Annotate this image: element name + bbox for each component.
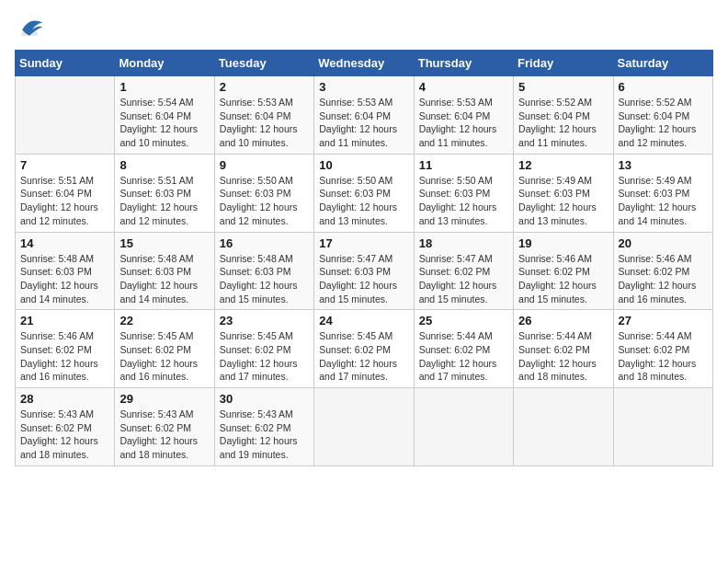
day-number: 17	[319, 236, 408, 250]
day-info: Sunrise: 5:44 AM Sunset: 6:02 PM Dayligh…	[619, 329, 708, 384]
day-number: 21	[20, 314, 109, 327]
column-header-thursday: Thursday	[414, 51, 513, 76]
calendar-cell	[514, 388, 613, 466]
day-info: Sunrise: 5:45 AM Sunset: 6:02 PM Dayligh…	[220, 329, 309, 384]
day-info: Sunrise: 5:45 AM Sunset: 6:02 PM Dayligh…	[119, 329, 209, 384]
day-number: 5	[518, 80, 608, 94]
day-info: Sunrise: 5:46 AM Sunset: 6:02 PM Dayligh…	[619, 252, 708, 306]
day-info: Sunrise: 5:52 AM Sunset: 6:04 PM Dayligh…	[619, 96, 708, 150]
day-info: Sunrise: 5:53 AM Sunset: 6:04 PM Dayligh…	[319, 96, 408, 150]
day-info: Sunrise: 5:50 AM Sunset: 6:03 PM Dayligh…	[319, 174, 408, 228]
calendar-cell: 7Sunrise: 5:51 AM Sunset: 6:04 PM Daylig…	[16, 154, 115, 232]
day-number: 13	[619, 158, 708, 172]
calendar-cell	[314, 388, 414, 466]
week-row: 28Sunrise: 5:43 AM Sunset: 6:02 PM Dayli…	[16, 388, 713, 466]
calendar-cell: 10Sunrise: 5:50 AM Sunset: 6:03 PM Dayli…	[314, 154, 414, 232]
column-header-wednesday: Wednesday	[314, 51, 414, 76]
day-number: 18	[419, 236, 508, 250]
header-row: SundayMondayTuesdayWednesdayThursdayFrid…	[16, 51, 713, 76]
day-number: 16	[220, 236, 309, 250]
day-info: Sunrise: 5:49 AM Sunset: 6:03 PM Dayligh…	[619, 174, 708, 228]
day-number: 22	[119, 314, 209, 327]
day-number: 26	[518, 314, 608, 327]
calendar-cell: 25Sunrise: 5:44 AM Sunset: 6:02 PM Dayli…	[414, 310, 513, 388]
day-info: Sunrise: 5:44 AM Sunset: 6:02 PM Dayligh…	[518, 329, 608, 384]
calendar-cell: 20Sunrise: 5:46 AM Sunset: 6:02 PM Dayli…	[613, 232, 712, 310]
calendar-cell: 2Sunrise: 5:53 AM Sunset: 6:04 PM Daylig…	[214, 76, 313, 155]
day-number: 15	[119, 236, 209, 250]
day-info: Sunrise: 5:50 AM Sunset: 6:03 PM Dayligh…	[419, 174, 508, 228]
calendar-cell: 1Sunrise: 5:54 AM Sunset: 6:04 PM Daylig…	[115, 76, 214, 155]
day-info: Sunrise: 5:47 AM Sunset: 6:02 PM Dayligh…	[419, 252, 508, 306]
header	[15, 15, 713, 40]
week-row: 7Sunrise: 5:51 AM Sunset: 6:04 PM Daylig…	[16, 154, 713, 232]
day-number: 11	[419, 158, 508, 172]
day-number: 30	[220, 392, 309, 406]
day-number: 23	[220, 314, 309, 327]
column-header-friday: Friday	[514, 51, 613, 76]
calendar-cell: 21Sunrise: 5:46 AM Sunset: 6:02 PM Dayli…	[16, 310, 115, 388]
calendar-cell: 28Sunrise: 5:43 AM Sunset: 6:02 PM Dayli…	[16, 388, 115, 466]
day-number: 29	[119, 392, 209, 406]
column-header-sunday: Sunday	[16, 51, 115, 76]
calendar-cell: 27Sunrise: 5:44 AM Sunset: 6:02 PM Dayli…	[613, 310, 712, 388]
day-number: 28	[20, 392, 109, 406]
calendar-cell: 8Sunrise: 5:51 AM Sunset: 6:03 PM Daylig…	[115, 154, 214, 232]
calendar-cell: 22Sunrise: 5:45 AM Sunset: 6:02 PM Dayli…	[115, 310, 214, 388]
day-number: 6	[619, 80, 708, 94]
calendar-cell: 30Sunrise: 5:43 AM Sunset: 6:02 PM Dayli…	[214, 388, 313, 466]
day-info: Sunrise: 5:46 AM Sunset: 6:02 PM Dayligh…	[518, 252, 608, 306]
day-info: Sunrise: 5:47 AM Sunset: 6:03 PM Dayligh…	[319, 252, 408, 306]
calendar-cell: 19Sunrise: 5:46 AM Sunset: 6:02 PM Dayli…	[514, 232, 613, 310]
day-info: Sunrise: 5:48 AM Sunset: 6:03 PM Dayligh…	[20, 252, 109, 306]
day-number: 8	[119, 158, 209, 172]
calendar-table: SundayMondayTuesdayWednesdayThursdayFrid…	[15, 50, 713, 466]
column-header-saturday: Saturday	[613, 51, 712, 76]
calendar-cell: 29Sunrise: 5:43 AM Sunset: 6:02 PM Dayli…	[115, 388, 214, 466]
day-number: 27	[619, 314, 708, 327]
day-info: Sunrise: 5:53 AM Sunset: 6:04 PM Dayligh…	[220, 96, 309, 150]
calendar-cell: 26Sunrise: 5:44 AM Sunset: 6:02 PM Dayli…	[514, 310, 613, 388]
calendar-cell: 12Sunrise: 5:49 AM Sunset: 6:03 PM Dayli…	[514, 154, 613, 232]
day-number: 19	[518, 236, 608, 250]
calendar-cell: 17Sunrise: 5:47 AM Sunset: 6:03 PM Dayli…	[314, 232, 414, 310]
calendar-cell: 23Sunrise: 5:45 AM Sunset: 6:02 PM Dayli…	[214, 310, 313, 388]
calendar-cell: 15Sunrise: 5:48 AM Sunset: 6:03 PM Dayli…	[115, 232, 214, 310]
day-number: 2	[220, 80, 309, 94]
day-number: 12	[518, 158, 608, 172]
logo	[15, 15, 48, 40]
column-header-monday: Monday	[115, 51, 214, 76]
day-info: Sunrise: 5:51 AM Sunset: 6:03 PM Dayligh…	[119, 174, 209, 228]
day-number: 4	[419, 80, 508, 94]
calendar-cell	[16, 76, 115, 155]
column-header-tuesday: Tuesday	[214, 51, 313, 76]
calendar-cell: 6Sunrise: 5:52 AM Sunset: 6:04 PM Daylig…	[613, 76, 712, 155]
day-number: 3	[319, 80, 408, 94]
day-info: Sunrise: 5:46 AM Sunset: 6:02 PM Dayligh…	[20, 329, 109, 384]
calendar-cell: 4Sunrise: 5:53 AM Sunset: 6:04 PM Daylig…	[414, 76, 513, 155]
calendar-cell: 9Sunrise: 5:50 AM Sunset: 6:03 PM Daylig…	[214, 154, 313, 232]
week-row: 1Sunrise: 5:54 AM Sunset: 6:04 PM Daylig…	[16, 76, 713, 155]
day-info: Sunrise: 5:51 AM Sunset: 6:04 PM Dayligh…	[20, 174, 109, 228]
day-info: Sunrise: 5:52 AM Sunset: 6:04 PM Dayligh…	[518, 96, 608, 150]
calendar-cell: 16Sunrise: 5:48 AM Sunset: 6:03 PM Dayli…	[214, 232, 313, 310]
day-number: 7	[20, 158, 109, 172]
day-info: Sunrise: 5:43 AM Sunset: 6:02 PM Dayligh…	[20, 408, 109, 462]
day-number: 10	[319, 158, 408, 172]
day-info: Sunrise: 5:48 AM Sunset: 6:03 PM Dayligh…	[220, 252, 309, 306]
calendar-cell: 5Sunrise: 5:52 AM Sunset: 6:04 PM Daylig…	[514, 76, 613, 155]
calendar-cell	[613, 388, 712, 466]
calendar-cell: 13Sunrise: 5:49 AM Sunset: 6:03 PM Dayli…	[613, 154, 712, 232]
day-number: 20	[619, 236, 708, 250]
day-number: 9	[220, 158, 309, 172]
day-info: Sunrise: 5:54 AM Sunset: 6:04 PM Dayligh…	[119, 96, 209, 150]
calendar-cell: 14Sunrise: 5:48 AM Sunset: 6:03 PM Dayli…	[16, 232, 115, 310]
calendar-cell: 3Sunrise: 5:53 AM Sunset: 6:04 PM Daylig…	[314, 76, 414, 155]
day-number: 25	[419, 314, 508, 327]
day-number: 24	[319, 314, 408, 327]
day-number: 1	[119, 80, 209, 94]
calendar-cell: 18Sunrise: 5:47 AM Sunset: 6:02 PM Dayli…	[414, 232, 513, 310]
logo-icon	[15, 15, 44, 40]
day-number: 14	[20, 236, 109, 250]
week-row: 21Sunrise: 5:46 AM Sunset: 6:02 PM Dayli…	[16, 310, 713, 388]
